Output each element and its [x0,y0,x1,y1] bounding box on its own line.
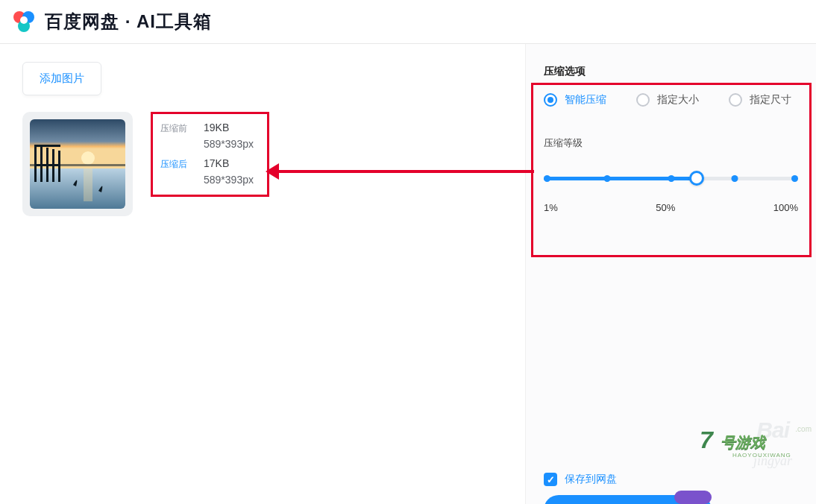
radio-specify-dimensions[interactable]: 指定尺寸 [729,93,791,107]
info-row-after: 压缩后 17KB [160,157,254,171]
save-to-netdisk-label: 保存到网盘 [565,473,617,486]
radio-icon [544,93,557,107]
after-size: 17KB [204,157,229,169]
slider-mid-label: 50% [656,202,675,213]
radio-icon [729,93,742,107]
app-header: 百度网盘 · AI工具箱 [0,0,816,44]
slider-tick [668,175,674,182]
add-image-button[interactable]: 添加图片 [22,62,101,95]
slider-tick [544,175,550,182]
image-thumbnail [30,119,125,209]
svg-rect-15 [84,168,92,201]
compression-info-box: 压缩前 19KB 589*393px 压缩后 17KB 589*393px [151,112,269,197]
after-dimensions: 589*393px [204,174,254,186]
slider-labels: 1% 50% 100% [544,202,798,213]
svg-point-3 [20,16,28,24]
right-pane: 压缩选项 智能压缩 指定大小 指定尺寸 压缩等级 [525,44,816,504]
compression-level-slider[interactable] [544,169,798,199]
slider-min-label: 1% [544,202,558,213]
checkbox-checked-icon[interactable]: ✓ [544,473,557,486]
info-row-before: 压缩前 19KB [160,122,254,135]
svg-rect-4 [30,119,125,168]
radio-label: 智能压缩 [565,93,606,107]
radio-label: 指定尺寸 [750,93,791,107]
radio-icon [636,93,650,107]
slider-max-label: 100% [773,202,798,213]
logo-wrap: 百度网盘 · AI工具箱 [10,8,212,35]
compression-level-title: 压缩等级 [544,136,798,150]
app-title: 百度网盘 · AI工具箱 [45,10,212,34]
slider-knob[interactable] [689,171,704,186]
image-row: 压缩前 19KB 589*393px 压缩后 17KB 589*393px [22,112,503,216]
radio-smart-compress[interactable]: 智能压缩 [544,93,606,107]
svg-point-5 [81,151,95,165]
radio-specify-size[interactable]: 指定大小 [636,93,699,107]
main-area: 添加图片 [0,44,816,504]
before-label: 压缩前 [160,122,190,135]
svip-badge [674,491,712,504]
slider-tick [791,175,798,182]
compression-mode-radios: 智能压缩 指定大小 指定尺寸 [544,93,798,107]
svg-rect-6 [30,168,125,209]
svg-rect-8 [34,145,37,182]
add-image-label: 添加图片 [40,72,84,84]
baidu-netdisk-logo-icon [10,8,37,35]
after-label: 压缩后 [160,158,190,171]
image-thumbnail-card[interactable] [22,112,133,216]
left-pane: 添加图片 [0,44,525,504]
save-to-netdisk-row[interactable]: ✓ 保存到网盘 [544,473,617,486]
svg-rect-13 [34,145,60,147]
compression-options-title: 压缩选项 [544,65,798,78]
slider-tick [604,175,611,182]
before-dimensions: 589*393px [204,138,254,150]
before-size: 19KB [204,122,229,133]
radio-label: 指定大小 [657,93,699,107]
slider-tick [731,175,738,182]
svg-rect-14 [34,164,60,166]
